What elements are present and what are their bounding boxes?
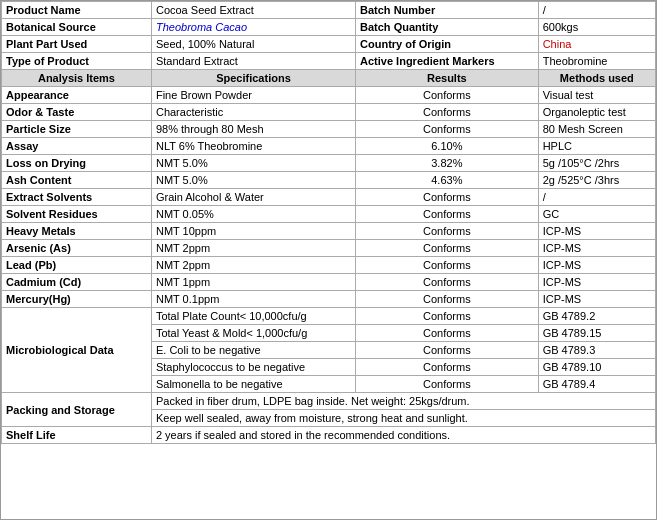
appearance-method: Visual test xyxy=(538,87,655,104)
odor-spec: Characteristic xyxy=(151,104,355,121)
ash-row: Ash Content NMT 5.0% 4.63% 2g /525°C /3h… xyxy=(2,172,656,189)
arsenic-row: Arsenic (As) NMT 2ppm Conforms ICP-MS xyxy=(2,240,656,257)
assay-method: HPLC xyxy=(538,138,655,155)
micro-result-3: Conforms xyxy=(356,342,539,359)
micro-spec-3: E. Coli to be negative xyxy=(151,342,355,359)
micro-spec-4: Staphylococcus to be negative xyxy=(151,359,355,376)
lod-item: Loss on Drying xyxy=(2,155,152,172)
extract-spec: Grain Alcohol & Water xyxy=(151,189,355,206)
arsenic-method: ICP-MS xyxy=(538,240,655,257)
packing-row-1: Packing and Storage Packed in fiber drum… xyxy=(2,393,656,410)
cadmium-row: Cadmium (Cd) NMT 1ppm Conforms ICP-MS xyxy=(2,274,656,291)
micro-result-1: Conforms xyxy=(356,308,539,325)
cadmium-result: Conforms xyxy=(356,274,539,291)
assay-row: Assay NLT 6% Theobromine 6.10% HPLC xyxy=(2,138,656,155)
heavy-metals-item: Heavy Metals xyxy=(2,223,152,240)
packing-label: Packing and Storage xyxy=(2,393,152,427)
heavy-metals-spec: NMT 10ppm xyxy=(151,223,355,240)
main-table: Product Name Cocoa Seed Extract Batch Nu… xyxy=(1,1,656,444)
particle-row: Particle Size 98% through 80 Mesh Confor… xyxy=(2,121,656,138)
arsenic-result: Conforms xyxy=(356,240,539,257)
mercury-spec: NMT 0.1ppm xyxy=(151,291,355,308)
heavy-metals-result: Conforms xyxy=(356,223,539,240)
header-row-3: Plant Part Used Seed, 100% Natural Count… xyxy=(2,36,656,53)
solvent-residues-row: Solvent Residues NMT 0.05% Conforms GC xyxy=(2,206,656,223)
assay-result: 6.10% xyxy=(356,138,539,155)
specifications-header: Specifications xyxy=(151,70,355,87)
active-label: Active Ingredient Markers xyxy=(356,53,539,70)
header-row-4: Type of Product Standard Extract Active … xyxy=(2,53,656,70)
country-label: Country of Origin xyxy=(356,36,539,53)
solvent-spec: NMT 0.05% xyxy=(151,206,355,223)
lead-row: Lead (Pb) NMT 2ppm Conforms ICP-MS xyxy=(2,257,656,274)
micro-method-2: GB 4789.15 xyxy=(538,325,655,342)
solvent-result: Conforms xyxy=(356,206,539,223)
extract-result: Conforms xyxy=(356,189,539,206)
micro-method-1: GB 4789.2 xyxy=(538,308,655,325)
micro-row-1: Microbiological Data Total Plate Count< … xyxy=(2,308,656,325)
arsenic-spec: NMT 2ppm xyxy=(151,240,355,257)
type-label: Type of Product xyxy=(2,53,152,70)
ash-method: 2g /525°C /3hrs xyxy=(538,172,655,189)
micro-result-2: Conforms xyxy=(356,325,539,342)
micro-method-5: GB 4789.4 xyxy=(538,376,655,393)
lead-spec: NMT 2ppm xyxy=(151,257,355,274)
micro-spec-2: Total Yeast & Mold< 1,000cfu/g xyxy=(151,325,355,342)
main-container: Product Name Cocoa Seed Extract Batch Nu… xyxy=(0,0,657,520)
solvent-item: Solvent Residues xyxy=(2,206,152,223)
shelf-row: Shelf Life 2 years if sealed and stored … xyxy=(2,427,656,444)
lod-method: 5g /105°C /2hrs xyxy=(538,155,655,172)
shelf-value: 2 years if sealed and stored in the reco… xyxy=(151,427,655,444)
appearance-result: Conforms xyxy=(356,87,539,104)
micro-result-4: Conforms xyxy=(356,359,539,376)
packing-value-1: Packed in fiber drum, LDPE bag inside. N… xyxy=(151,393,655,410)
type-value: Standard Extract xyxy=(151,53,355,70)
analysis-header-row: Analysis Items Specifications Results Me… xyxy=(2,70,656,87)
batch-quantity-label: Batch Quantity xyxy=(356,19,539,36)
particle-spec: 98% through 80 Mesh xyxy=(151,121,355,138)
odor-method: Organoleptic test xyxy=(538,104,655,121)
solvent-method: GC xyxy=(538,206,655,223)
cadmium-item: Cadmium (Cd) xyxy=(2,274,152,291)
appearance-spec: Fine Brown Powder xyxy=(151,87,355,104)
botanical-source-label: Botanical Source xyxy=(2,19,152,36)
botanical-source-text: Theobroma Cacao xyxy=(156,21,247,33)
batch-number-value: / xyxy=(538,2,655,19)
packing-value-2: Keep well sealed, away from moisture, st… xyxy=(151,410,655,427)
assay-spec: NLT 6% Theobromine xyxy=(151,138,355,155)
product-name-label: Product Name xyxy=(2,2,152,19)
country-text: China xyxy=(543,38,572,50)
micro-method-3: GB 4789.3 xyxy=(538,342,655,359)
header-row-2: Botanical Source Theobroma Cacao Batch Q… xyxy=(2,19,656,36)
mercury-method: ICP-MS xyxy=(538,291,655,308)
lead-result: Conforms xyxy=(356,257,539,274)
lod-spec: NMT 5.0% xyxy=(151,155,355,172)
extract-method: / xyxy=(538,189,655,206)
mercury-row: Mercury(Hg) NMT 0.1ppm Conforms ICP-MS xyxy=(2,291,656,308)
ash-result: 4.63% xyxy=(356,172,539,189)
particle-method: 80 Mesh Screen xyxy=(538,121,655,138)
micro-result-5: Conforms xyxy=(356,376,539,393)
mercury-item: Mercury(Hg) xyxy=(2,291,152,308)
odor-result: Conforms xyxy=(356,104,539,121)
appearance-item: Appearance xyxy=(2,87,152,104)
micro-spec-5: Salmonella to be negative xyxy=(151,376,355,393)
country-value: China xyxy=(538,36,655,53)
header-row-1: Product Name Cocoa Seed Extract Batch Nu… xyxy=(2,2,656,19)
heavy-metals-row: Heavy Metals NMT 10ppm Conforms ICP-MS xyxy=(2,223,656,240)
plant-part-label: Plant Part Used xyxy=(2,36,152,53)
heavy-metals-method: ICP-MS xyxy=(538,223,655,240)
mercury-result: Conforms xyxy=(356,291,539,308)
particle-item: Particle Size xyxy=(2,121,152,138)
methods-header: Methods used xyxy=(538,70,655,87)
extract-item: Extract Solvents xyxy=(2,189,152,206)
analysis-items-header: Analysis Items xyxy=(2,70,152,87)
micro-spec-1: Total Plate Count< 10,000cfu/g xyxy=(151,308,355,325)
ash-spec: NMT 5.0% xyxy=(151,172,355,189)
results-header: Results xyxy=(356,70,539,87)
assay-item: Assay xyxy=(2,138,152,155)
lod-result: 3.82% xyxy=(356,155,539,172)
ash-item: Ash Content xyxy=(2,172,152,189)
arsenic-item: Arsenic (As) xyxy=(2,240,152,257)
botanical-source-value: Theobroma Cacao xyxy=(151,19,355,36)
